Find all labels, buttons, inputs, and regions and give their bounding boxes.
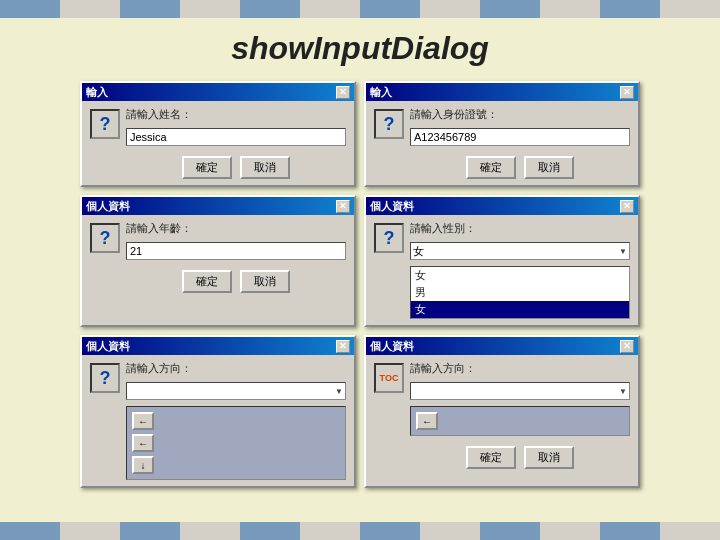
gender-dropdown-list: 女 男 女 — [410, 266, 630, 319]
bot-bar-seg3 — [120, 522, 180, 540]
dialog-id-cancel[interactable]: 取消 — [524, 156, 574, 179]
dialog-name: 輸入 ✕ ? 請輸入姓名： 確定 取消 — [80, 81, 356, 187]
direction1-left-arrow[interactable]: ← — [132, 412, 154, 430]
dialog-direction2-buttons: 確定 取消 — [410, 446, 630, 469]
top-bar-seg6 — [300, 0, 360, 18]
top-bar-seg1 — [0, 0, 60, 18]
top-bar-seg4 — [180, 0, 240, 18]
direction2-arrow-panel: ← — [410, 406, 630, 436]
direction1-left-arrow2[interactable]: ← — [132, 434, 154, 452]
bot-bar-seg4 — [180, 522, 240, 540]
bot-bar-seg11 — [600, 522, 660, 540]
name-input[interactable] — [126, 128, 346, 146]
direction1-row2: ← — [131, 433, 341, 453]
gender-dropdown[interactable]: 女 ▼ — [410, 242, 630, 260]
dialog-id-label: 請輸入身份證號： — [410, 107, 630, 122]
dialog-age-cancel[interactable]: 取消 — [240, 270, 290, 293]
dialog-name-title: 輸入 — [86, 85, 108, 100]
top-bar-seg3 — [120, 0, 180, 18]
dialog-age-titlebar: 個人資料 ✕ — [82, 197, 354, 215]
dialog-direction1-title: 個人資料 — [86, 339, 130, 354]
dropdown-arrow-icon: ▼ — [619, 247, 627, 256]
dialog-direction2-content: 請輸入方向： ▼ ← 確定 取消 — [410, 361, 630, 469]
dialog-gender-close[interactable]: ✕ — [620, 200, 634, 213]
bot-bar-seg12 — [660, 522, 720, 540]
dialog-direction2-title: 個人資料 — [370, 339, 414, 354]
dialog-direction2-label: 請輸入方向： — [410, 361, 630, 376]
direction1-dropdown[interactable]: ▼ — [126, 382, 346, 400]
question-icon-4: ? — [374, 223, 404, 253]
dialog-gender-label: 請輸入性別： — [410, 221, 630, 236]
dialog-age-body: ? 請輸入年齡： 確定 取消 — [82, 215, 354, 299]
dialog-age-title: 個人資料 — [86, 199, 130, 214]
dialog-id-close[interactable]: ✕ — [620, 86, 634, 99]
top-bar-seg7 — [360, 0, 420, 18]
direction2-dropdown[interactable]: ▼ — [410, 382, 630, 400]
dialog-direction1-body: ? 請輸入方向： ▼ ← ← ↓ — [82, 355, 354, 486]
dialog-name-buttons: 確定 取消 — [126, 156, 346, 179]
dialog-direction2-confirm[interactable]: 確定 — [466, 446, 516, 469]
bot-bar-seg5 — [240, 522, 300, 540]
gender-option-female2[interactable]: 女 — [411, 301, 629, 318]
direction1-down-arrow[interactable]: ↓ — [132, 456, 154, 474]
bottom-bar — [0, 522, 720, 540]
dialog-age-label: 請輸入年齡： — [126, 221, 346, 236]
bot-bar-seg1 — [0, 522, 60, 540]
id-input[interactable] — [410, 128, 630, 146]
question-icon-2: ? — [374, 109, 404, 139]
dialog-id-confirm[interactable]: 確定 — [466, 156, 516, 179]
dialog-age-close[interactable]: ✕ — [336, 200, 350, 213]
dialog-age-buttons: 確定 取消 — [126, 270, 346, 293]
dialog-direction1-content: 請輸入方向： ▼ ← ← ↓ — [126, 361, 346, 480]
dialog-id-title: 輸入 — [370, 85, 392, 100]
direction1-arrow-panel: ← ← ↓ — [126, 406, 346, 480]
gender-option-female1[interactable]: 女 — [411, 267, 629, 284]
bot-bar-seg6 — [300, 522, 360, 540]
toc-icon: TOC — [374, 363, 404, 393]
dialog-name-cancel[interactable]: 取消 — [240, 156, 290, 179]
dialog-gender-content: 請輸入性別： 女 ▼ 女 男 女 — [410, 221, 630, 319]
dialog-name-titlebar: 輸入 ✕ — [82, 83, 354, 101]
bot-bar-seg7 — [360, 522, 420, 540]
question-icon-5: ? — [90, 363, 120, 393]
dialog-direction2-titlebar: 個人資料 ✕ — [366, 337, 638, 355]
dialog-gender-body: ? 請輸入性別： 女 ▼ 女 男 女 — [366, 215, 638, 325]
dialog-name-content: 請輸入姓名： 確定 取消 — [126, 107, 346, 179]
top-bar-seg5 — [240, 0, 300, 18]
dialog-direction1-titlebar: 個人資料 ✕ — [82, 337, 354, 355]
direction2-arrow-icon: ▼ — [619, 387, 627, 396]
dialog-direction2-cancel[interactable]: 取消 — [524, 446, 574, 469]
dialog-age: 個人資料 ✕ ? 請輸入年齡： 確定 取消 — [80, 195, 356, 327]
direction1-row1: ← — [131, 411, 341, 431]
top-bar-seg11 — [600, 0, 660, 18]
bot-bar-seg8 — [420, 522, 480, 540]
dialog-name-close[interactable]: ✕ — [336, 86, 350, 99]
dialog-direction1: 個人資料 ✕ ? 請輸入方向： ▼ ← ← ↓ — [80, 335, 356, 488]
dialog-id-body: ? 請輸入身份證號： 確定 取消 — [366, 101, 638, 185]
gender-option-male[interactable]: 男 — [411, 284, 629, 301]
question-icon-1: ? — [90, 109, 120, 139]
dialog-age-confirm[interactable]: 確定 — [182, 270, 232, 293]
bot-bar-seg10 — [540, 522, 600, 540]
dialogs-grid: 輸入 ✕ ? 請輸入姓名： 確定 取消 輸入 ✕ ? 請輸入身份證號： — [0, 81, 720, 488]
dialog-name-body: ? 請輸入姓名： 確定 取消 — [82, 101, 354, 185]
top-bar-seg2 — [60, 0, 120, 18]
dialog-gender-titlebar: 個人資料 ✕ — [366, 197, 638, 215]
dialog-gender-title: 個人資料 — [370, 199, 414, 214]
top-bar-seg9 — [480, 0, 540, 18]
page-title: showInputDialog — [0, 30, 720, 67]
direction1-row3: ↓ — [131, 455, 341, 475]
dialog-name-confirm[interactable]: 確定 — [182, 156, 232, 179]
direction2-left-arrow[interactable]: ← — [416, 412, 438, 430]
bot-bar-seg9 — [480, 522, 540, 540]
dialog-gender: 個人資料 ✕ ? 請輸入性別： 女 ▼ 女 男 女 — [364, 195, 640, 327]
dialog-direction1-close[interactable]: ✕ — [336, 340, 350, 353]
age-input[interactable] — [126, 242, 346, 260]
gender-selected-value: 女 — [413, 244, 424, 259]
dialog-name-label: 請輸入姓名： — [126, 107, 346, 122]
dialog-direction2-close[interactable]: ✕ — [620, 340, 634, 353]
direction1-arrow-icon: ▼ — [335, 387, 343, 396]
dialog-direction1-label: 請輸入方向： — [126, 361, 346, 376]
dialog-age-content: 請輸入年齡： 確定 取消 — [126, 221, 346, 293]
question-icon-3: ? — [90, 223, 120, 253]
